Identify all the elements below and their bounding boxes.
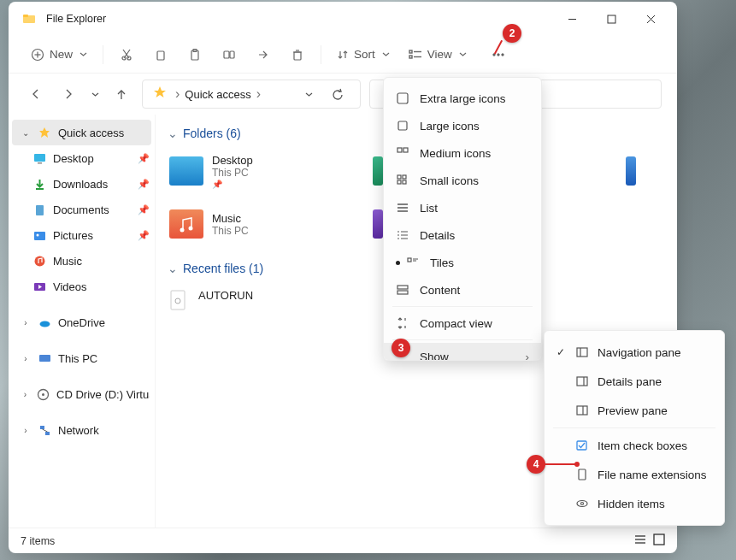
address-dropdown[interactable] <box>297 82 321 106</box>
svg-rect-13 <box>157 51 164 60</box>
svg-rect-86 <box>577 377 587 386</box>
maximize-button[interactable] <box>592 5 631 32</box>
copy-button[interactable] <box>146 41 175 68</box>
compact-icon <box>396 316 409 330</box>
tiles-icon <box>406 256 420 269</box>
svg-rect-78 <box>397 286 408 289</box>
paste-button[interactable] <box>180 41 209 68</box>
navigation-pane: ⌄ Quick access Desktop📌 Downloads📌 Docum… <box>9 115 156 528</box>
svg-rect-79 <box>397 291 408 294</box>
rename-button[interactable] <box>215 41 244 68</box>
address-bar-row: › Quick access › <box>9 74 677 115</box>
chevron-down-icon <box>79 48 87 61</box>
thumbnails-view-button[interactable] <box>653 533 665 548</box>
address-bar[interactable]: › Quick access › <box>142 80 361 109</box>
svg-rect-75 <box>408 258 411 262</box>
svg-rect-52 <box>171 291 185 309</box>
sidebar-item-downloads[interactable]: Downloads📌 <box>9 171 155 197</box>
download-icon <box>32 177 46 191</box>
sidebar-item-music[interactable]: Music <box>9 248 155 274</box>
show-preview-pane[interactable]: Preview pane <box>545 396 724 425</box>
sidebar-item-onedrive[interactable]: ›OneDrive <box>9 309 155 335</box>
menu-tiles[interactable]: Tiles <box>384 249 541 276</box>
sidebar-item-desktop[interactable]: Desktop📌 <box>9 145 155 171</box>
svg-rect-34 <box>38 162 42 164</box>
pane-icon <box>575 404 589 417</box>
back-button[interactable] <box>24 82 48 106</box>
folder-icon <box>373 209 383 239</box>
folder-icon <box>626 156 636 186</box>
new-button[interactable]: New <box>24 41 94 68</box>
view-button[interactable]: View <box>402 41 474 68</box>
close-button[interactable] <box>631 5 670 32</box>
menu-medium-icons[interactable]: Medium icons <box>384 139 541 167</box>
disc-icon <box>37 387 50 401</box>
chevron-right-icon[interactable]: › <box>253 86 264 102</box>
menu-large-icons[interactable]: Large icons <box>384 112 541 139</box>
cut-button[interactable] <box>112 41 141 68</box>
file-ext-icon <box>575 468 589 481</box>
sidebar-item-pictures[interactable]: Pictures📌 <box>9 222 155 248</box>
menu-details[interactable]: Details <box>384 221 541 249</box>
svg-rect-65 <box>403 180 406 184</box>
menu-small-icons[interactable]: Small icons <box>384 167 541 194</box>
forward-button[interactable] <box>56 82 80 106</box>
folder-partial-2[interactable] <box>622 149 657 193</box>
sidebar-item-cddrive[interactable]: ›CD Drive (D:) Virtual <box>9 381 155 407</box>
pane-icon <box>575 345 589 359</box>
chevron-down-icon: ⌄ <box>168 127 178 140</box>
sidebar-item-quick-access[interactable]: ⌄ Quick access <box>12 120 151 145</box>
list-icon <box>396 201 409 215</box>
menu-list[interactable]: List <box>384 194 541 221</box>
document-icon <box>32 203 46 216</box>
recent-dropdown[interactable] <box>89 82 101 106</box>
share-button[interactable] <box>249 41 278 68</box>
show-navigation-pane[interactable]: ✓Navigation pane <box>545 338 724 367</box>
folder-music[interactable]: MusicThis PC <box>166 202 354 246</box>
chevron-right-icon[interactable]: › <box>172 86 183 102</box>
delete-button[interactable] <box>283 41 312 68</box>
rename-icon <box>222 48 236 62</box>
window-title: File Explorer <box>43 13 552 25</box>
menu-compact-view[interactable]: Compact view <box>384 309 541 337</box>
breadcrumb-quick-access[interactable]: Quick access <box>183 88 252 101</box>
chevron-down-icon: ⌄ <box>168 262 178 275</box>
show-details-pane[interactable]: Details pane <box>545 367 724 396</box>
show-hidden-items[interactable]: Hidden items <box>545 489 724 518</box>
sidebar-item-thispc[interactable]: ›This PC <box>9 345 155 371</box>
svg-rect-38 <box>34 232 45 240</box>
sidebar-item-network[interactable]: ›Network <box>9 417 155 443</box>
pictures-icon <box>32 228 46 242</box>
details-icon <box>396 228 409 242</box>
network-icon <box>38 423 51 437</box>
folder-icon <box>169 209 203 239</box>
chevron-right-icon: › <box>21 354 31 363</box>
up-button[interactable] <box>109 82 133 106</box>
callout-2: 2 <box>503 24 521 43</box>
refresh-button[interactable] <box>326 82 350 106</box>
minimize-button[interactable] <box>552 5 592 32</box>
menu-extra-large-icons[interactable]: Extra large icons <box>384 85 541 112</box>
menu-content[interactable]: Content <box>384 276 541 304</box>
content-icon <box>396 283 409 297</box>
show-item-check-boxes[interactable]: Item check boxes <box>545 431 724 460</box>
ellipsis-icon <box>492 48 505 62</box>
sidebar-item-documents[interactable]: Documents📌 <box>9 197 155 222</box>
svg-rect-16 <box>224 51 229 58</box>
svg-rect-23 <box>409 50 412 53</box>
pc-icon <box>38 351 51 365</box>
svg-rect-47 <box>40 426 44 429</box>
chevron-down-icon <box>382 48 390 61</box>
details-view-button[interactable] <box>634 533 646 548</box>
view-menu: Extra large icons Large icons Medium ico… <box>383 77 542 361</box>
svg-rect-1 <box>23 15 28 17</box>
cut-icon <box>120 48 133 62</box>
folder-desktop[interactable]: DesktopThis PC📌 <box>166 149 354 193</box>
svg-line-49 <box>42 429 47 432</box>
sort-button[interactable]: Sort <box>330 41 397 68</box>
paste-icon <box>188 48 202 62</box>
sidebar-item-videos[interactable]: Videos <box>9 274 155 299</box>
chevron-down-icon <box>459 48 467 61</box>
view-icon <box>409 49 422 61</box>
svg-rect-3 <box>608 15 615 23</box>
